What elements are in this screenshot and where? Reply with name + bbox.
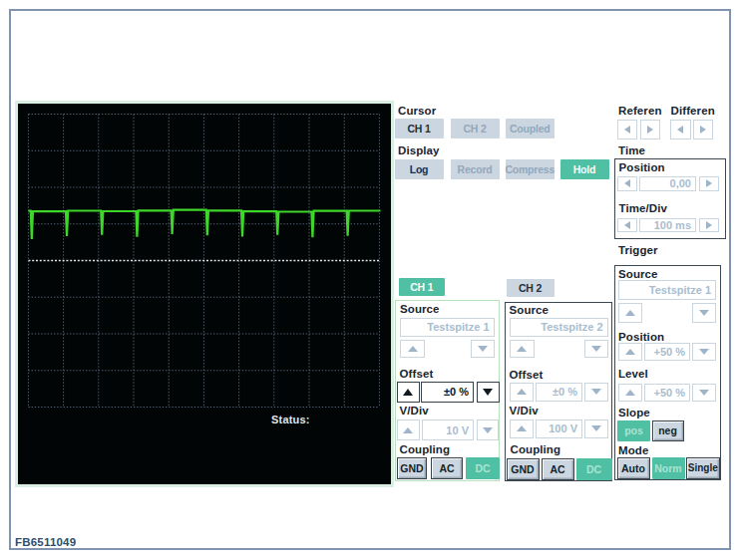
ch1-vdiv-down-button[interactable] — [477, 420, 500, 440]
triangle-up-icon — [517, 389, 527, 395]
display-record-button[interactable]: Record — [451, 159, 500, 180]
trigger-mode-label: Mode — [618, 445, 648, 456]
ch2-source-up-button[interactable] — [510, 340, 535, 358]
trigger-source-up-button[interactable] — [618, 303, 642, 323]
trigger-level-label: Level — [618, 369, 648, 380]
ch1-offset-up-button[interactable] — [397, 382, 420, 404]
ch2-source-field[interactable]: Testspitze 2 — [510, 318, 608, 337]
triangle-down-icon — [699, 310, 709, 316]
trigger-mode-norm-button[interactable]: Norm — [652, 457, 685, 479]
reference-label: Referen — [618, 106, 662, 117]
reference-prev-button[interactable] — [617, 120, 638, 140]
ch2-offset-label: Offset — [510, 370, 544, 381]
trigger-position-field[interactable]: +50 % — [644, 343, 690, 361]
time-position-decrease-button[interactable] — [617, 176, 637, 191]
ch1-source-down-button[interactable] — [471, 340, 495, 358]
triangle-right-icon — [706, 179, 712, 187]
ch1-offset-down-button[interactable] — [477, 382, 500, 404]
trigger-label: Trigger — [618, 245, 658, 256]
triangle-up-icon — [403, 389, 413, 396]
ch1-source-label: Source — [400, 304, 440, 315]
ch2-button[interactable]: CH 2 — [507, 279, 555, 298]
cursor-ch2-button[interactable]: CH 2 — [451, 119, 500, 139]
ch2-source-label: Source — [510, 305, 550, 316]
trigger-level-down-button[interactable] — [692, 384, 716, 402]
ch1-vdiv-field[interactable]: 10 V — [422, 420, 475, 440]
ch2-coupling-gnd-button[interactable]: GND — [507, 458, 540, 480]
cursor-coupled-button[interactable]: Coupled — [506, 119, 555, 139]
ch1-source-field[interactable]: Testspitze 1 — [400, 318, 495, 337]
trigger-slope-label: Slope — [618, 408, 650, 419]
trigger-position-down-button[interactable] — [692, 343, 716, 361]
ch2-offset-field[interactable]: ±0 % — [536, 383, 583, 403]
time-position-field[interactable]: 0,00 — [639, 176, 697, 191]
triangle-up-icon — [517, 346, 527, 352]
ch1-coupling-ac-button[interactable]: AC — [431, 457, 463, 479]
trigger-mode-single-button[interactable]: Single — [686, 457, 721, 479]
triangle-up-icon — [625, 390, 635, 396]
footer-code: FB6511049 — [15, 536, 76, 548]
triangle-up-icon — [625, 349, 635, 355]
triangle-down-icon — [591, 425, 601, 431]
triangle-down-icon — [483, 389, 493, 396]
difference-label: Differen — [671, 106, 715, 117]
display-log-button[interactable]: Log — [395, 159, 444, 180]
ch2-offset-up-button[interactable] — [510, 383, 534, 403]
triangle-down-icon — [591, 389, 601, 395]
time-div-decrease-button[interactable] — [617, 218, 637, 233]
scope-grid — [28, 114, 379, 407]
trigger-slope-neg-button[interactable]: neg — [652, 420, 684, 441]
triangle-left-icon — [624, 221, 630, 229]
difference-prev-button[interactable] — [670, 120, 691, 140]
triangle-right-icon — [700, 126, 706, 134]
difference-next-button[interactable] — [693, 120, 713, 140]
time-position-increase-button[interactable] — [699, 176, 719, 191]
ch1-coupling-gnd-button[interactable]: GND — [397, 457, 427, 479]
ch2-coupling-dc-button[interactable]: DC — [576, 458, 612, 480]
trigger-source-label: Source — [618, 269, 658, 280]
trigger-slope-pos-button[interactable]: pos — [617, 420, 650, 441]
trigger-mode-auto-button[interactable]: Auto — [617, 457, 650, 479]
triangle-up-icon — [517, 425, 527, 431]
cursor-ch1-button[interactable]: CH 1 — [395, 119, 444, 139]
ch1-button[interactable]: CH 1 — [399, 278, 445, 297]
ch1-offset-label: Offset — [400, 369, 434, 380]
triangle-up-icon — [403, 427, 413, 433]
ch1-vdiv-up-button[interactable] — [397, 420, 420, 440]
triangle-down-icon — [483, 427, 493, 433]
triangle-left-icon — [677, 126, 683, 134]
time-div-increase-button[interactable] — [699, 218, 719, 233]
trigger-level-field[interactable]: +50 % — [644, 384, 690, 402]
ch2-source-down-button[interactable] — [584, 340, 608, 358]
trigger-source-field[interactable]: Testspitze 1 — [618, 280, 716, 301]
time-div-field[interactable]: 100 ms — [639, 218, 697, 233]
trigger-position-up-button[interactable] — [618, 343, 642, 361]
ch1-coupling-dc-button[interactable]: DC — [466, 457, 500, 479]
display-hold-button[interactable]: Hold — [560, 159, 609, 180]
trigger-level-up-button[interactable] — [618, 384, 642, 402]
triangle-down-icon — [591, 346, 601, 352]
triangle-up-icon — [625, 310, 635, 316]
waveform-chart — [18, 104, 391, 484]
ch2-offset-down-button[interactable] — [584, 383, 608, 403]
triangle-right-icon — [647, 126, 653, 134]
triangle-down-icon — [699, 390, 709, 396]
display-compress-button[interactable]: Compress — [506, 159, 555, 180]
ch2-vdiv-field[interactable]: 100 V — [536, 420, 583, 439]
ch2-vdiv-down-button[interactable] — [584, 420, 608, 439]
ch2-coupling-ac-button[interactable]: AC — [542, 458, 574, 480]
waveform-trace — [28, 209, 380, 238]
ch1-source-up-button[interactable] — [400, 340, 425, 358]
triangle-down-icon — [478, 346, 488, 352]
display-label: Display — [398, 145, 440, 156]
triangle-left-icon — [624, 126, 630, 134]
ch2-vdiv-up-button[interactable] — [510, 420, 534, 439]
trigger-source-down-button[interactable] — [692, 303, 716, 323]
ch1-offset-field[interactable]: ±0 % — [421, 382, 475, 404]
reference-next-button[interactable] — [640, 120, 660, 140]
ch1-vdiv-label: V/Div — [400, 406, 429, 417]
oscilloscope-app: Status: Cursor CH 1 CH 2 Coupled Display… — [0, 0, 740, 560]
trigger-position-label: Position — [618, 332, 664, 343]
cursor-label: Cursor — [398, 106, 436, 117]
ch1-coupling-label: Coupling — [400, 444, 451, 455]
